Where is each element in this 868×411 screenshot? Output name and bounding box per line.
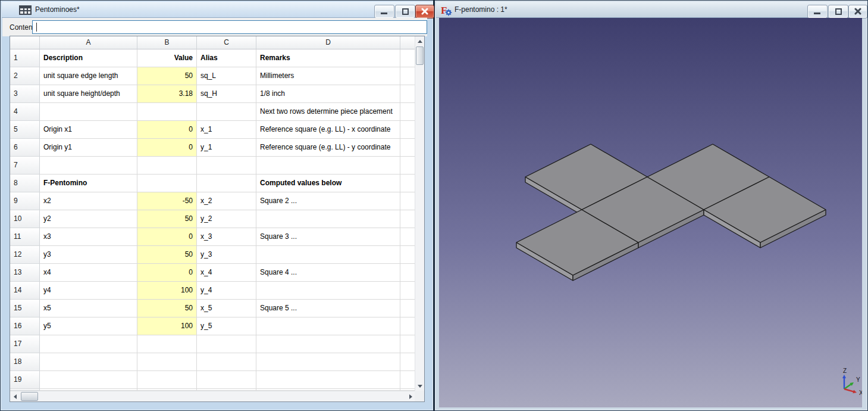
cell-D7[interactable]	[256, 157, 400, 175]
cell-A7[interactable]	[40, 157, 137, 175]
cell-B18[interactable]	[137, 353, 197, 371]
cell-C5[interactable]: x_1	[197, 121, 256, 139]
cell-A15[interactable]: x5	[40, 300, 137, 317]
cell-B1[interactable]: Value	[137, 49, 197, 67]
row-header-5[interactable]: 5	[10, 121, 40, 139]
cell-B10[interactable]: 50	[137, 210, 197, 228]
cell-A13[interactable]: x4	[40, 264, 137, 282]
cell-E16[interactable]	[400, 317, 415, 335]
cell-B14[interactable]: 100	[137, 282, 197, 300]
cell-D17[interactable]	[256, 335, 400, 353]
cell-E12[interactable]	[400, 246, 415, 264]
cell-B15[interactable]: 50	[137, 300, 197, 317]
cell-B9[interactable]: -50	[137, 192, 197, 210]
cell-E5[interactable]	[400, 121, 415, 139]
scroll-up-button[interactable]	[415, 36, 425, 46]
column-header-A[interactable]: A	[40, 36, 137, 49]
cell-D18[interactable]	[256, 353, 400, 371]
cell-C3[interactable]: sq_H	[197, 85, 256, 103]
cell-B11[interactable]: 0	[137, 228, 197, 246]
row-header-8[interactable]: 8	[10, 175, 40, 192]
minimize-button[interactable]	[374, 5, 394, 18]
cell-A16[interactable]: y5	[40, 317, 137, 335]
scroll-left-button[interactable]	[10, 391, 20, 401]
cell-E6[interactable]	[400, 139, 415, 157]
cell-C14[interactable]: y_4	[197, 282, 256, 300]
row-header-17[interactable]: 17	[10, 335, 40, 353]
cell-C17[interactable]	[197, 335, 256, 353]
cell-D9[interactable]: Square 2 ...	[256, 192, 400, 210]
cell-A11[interactable]: x3	[40, 228, 137, 246]
cell-C11[interactable]: x_3	[197, 228, 256, 246]
spreadsheet-window-titlebar[interactable]: Pentominoes*	[2, 2, 433, 18]
column-header-B[interactable]: B	[137, 36, 197, 49]
cell-D10[interactable]	[256, 210, 400, 228]
row-header-19[interactable]: 19	[10, 371, 40, 389]
cell-B5[interactable]: 0	[137, 121, 197, 139]
cell-C13[interactable]: x_4	[197, 264, 256, 282]
contents-input[interactable]	[32, 20, 427, 34]
cell-C12[interactable]: y_3	[197, 246, 256, 264]
cell-D16[interactable]	[256, 317, 400, 335]
cell-A12[interactable]: y3	[40, 246, 137, 264]
cell-E9[interactable]	[400, 192, 415, 210]
cell-B2[interactable]: 50	[137, 67, 197, 85]
cell-E7[interactable]	[400, 157, 415, 175]
row-header-7[interactable]: 7	[10, 157, 40, 175]
horizontal-scrollbar[interactable]	[10, 391, 415, 401]
cell-A6[interactable]: Origin y1	[40, 139, 137, 157]
row-header-9[interactable]: 9	[10, 192, 40, 210]
cell-A5[interactable]: Origin x1	[40, 121, 137, 139]
cell-D8[interactable]: Computed values below	[256, 175, 400, 192]
3d-view-window-titlebar[interactable]: F F-pentomino : 1*	[436, 2, 867, 18]
cell-C7[interactable]	[197, 157, 256, 175]
cell-D5[interactable]: Reference square (e.g. LL) - x coordinat…	[256, 121, 400, 139]
row-header-3[interactable]: 3	[10, 85, 40, 103]
cell-D11[interactable]: Square 3 ...	[256, 228, 400, 246]
vertical-scrollbar-thumb[interactable]	[416, 46, 424, 65]
cell-D15[interactable]: Square 5 ...	[256, 300, 400, 317]
cell-E13[interactable]	[400, 264, 415, 282]
cell-C4[interactable]	[197, 103, 256, 121]
cell-C8[interactable]	[197, 175, 256, 192]
cell-C16[interactable]: y_5	[197, 317, 256, 335]
cell-A17[interactable]	[40, 335, 137, 353]
row-header-6[interactable]: 6	[10, 139, 40, 157]
cell-E17[interactable]	[400, 335, 415, 353]
cell-D2[interactable]: Millimeters	[256, 67, 400, 85]
cell-A18[interactable]	[40, 353, 137, 371]
cell-E14[interactable]	[400, 282, 415, 300]
cell-A4[interactable]	[40, 103, 137, 121]
cell-A2[interactable]: unit square edge length	[40, 67, 137, 85]
cell-B19[interactable]	[137, 371, 197, 389]
cell-B12[interactable]: 50	[137, 246, 197, 264]
cell-E4[interactable]	[400, 103, 415, 121]
cell-D12[interactable]	[256, 246, 400, 264]
cell-C10[interactable]: y_2	[197, 210, 256, 228]
cell-D6[interactable]: Reference square (e.g. LL) - y coordinat…	[256, 139, 400, 157]
cell-E18[interactable]	[400, 353, 415, 371]
row-header-14[interactable]: 14	[10, 282, 40, 300]
cell-C15[interactable]: x_5	[197, 300, 256, 317]
cell-B7[interactable]	[137, 157, 197, 175]
column-header-D[interactable]: D	[256, 36, 400, 49]
cell-A19[interactable]	[40, 371, 137, 389]
scroll-right-button[interactable]	[406, 391, 415, 401]
cell-C9[interactable]: x_2	[197, 192, 256, 210]
cell-D19[interactable]	[256, 371, 400, 389]
restore-button[interactable]	[828, 5, 848, 18]
cell-C1[interactable]: Alias	[197, 49, 256, 67]
cell-B13[interactable]: 0	[137, 264, 197, 282]
cell-D13[interactable]: Square 4 ...	[256, 264, 400, 282]
row-header-18[interactable]: 18	[10, 353, 40, 371]
select-all-corner[interactable]	[10, 36, 40, 49]
row-header-4[interactable]: 4	[10, 103, 40, 121]
cell-D3[interactable]: 1/8 inch	[256, 85, 400, 103]
cell-B16[interactable]: 100	[137, 317, 197, 335]
cell-B8[interactable]	[137, 175, 197, 192]
cell-C18[interactable]	[197, 353, 256, 371]
cell-E19[interactable]	[400, 371, 415, 389]
cell-E3[interactable]	[400, 85, 415, 103]
cell-E10[interactable]	[400, 210, 415, 228]
cell-A1[interactable]: Description	[40, 49, 137, 67]
